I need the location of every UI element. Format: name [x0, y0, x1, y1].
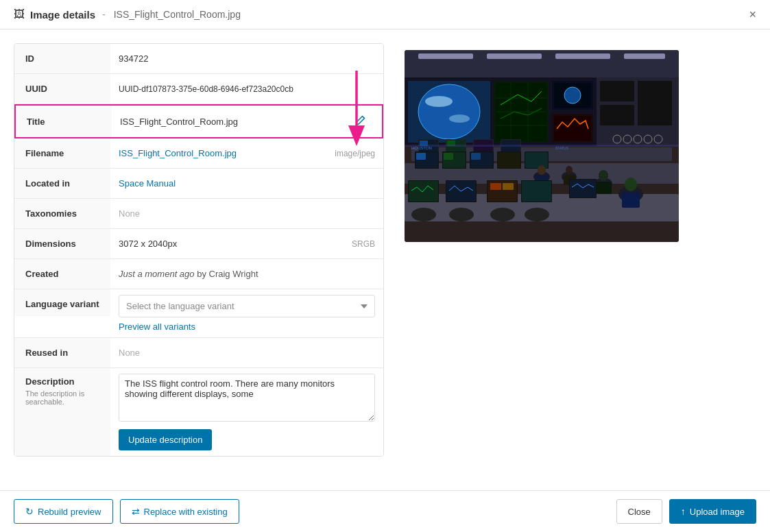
- svg-point-87: [625, 178, 637, 191]
- svg-rect-4: [418, 53, 473, 59]
- modal-body: ID 934722 UUID UUID-df107873-375e-60d8-6…: [0, 29, 770, 490]
- modal-overlay: 🖼 Image details - ISS_Flight_Control_Roo…: [0, 0, 770, 532]
- title-label: Title: [16, 106, 112, 137]
- filename-link[interactable]: ISS_Flight_Control_Room.jpg: [119, 148, 237, 158]
- svg-point-85: [525, 208, 549, 221]
- id-label: ID: [14, 44, 110, 73]
- modal-title-filename: ISS_Flight_Control_Room.jpg: [114, 9, 241, 20]
- svg-rect-28: [600, 81, 634, 101]
- title-text: ISS_Flight_Control_Room.jpg: [120, 117, 238, 127]
- description-row: Description The description is searchabl…: [14, 368, 383, 456]
- svg-point-84: [490, 208, 515, 221]
- svg-rect-7: [624, 53, 665, 59]
- svg-rect-6: [555, 53, 610, 59]
- replace-icon: ⇄: [132, 506, 140, 517]
- description-label-wrap: Description The description is searchabl…: [14, 368, 110, 456]
- edit-title-button[interactable]: [350, 112, 371, 130]
- svg-rect-26: [554, 116, 591, 141]
- svg-rect-59: [416, 153, 426, 160]
- svg-rect-57: [498, 152, 520, 168]
- image-preview-panel: HOUSTON STATUS: [405, 43, 756, 476]
- uuid-label: UUID: [14, 74, 110, 104]
- dimensions-color-badge: SRGB: [352, 239, 375, 249]
- filename-type-badge: image/jpeg: [335, 149, 375, 158]
- svg-point-66: [566, 166, 573, 174]
- modal-footer: ↻ Rebuild preview ⇄ Replace with existin…: [0, 490, 770, 532]
- title-value: ISS_Flight_Control_Room.jpg: [112, 106, 382, 137]
- image-icon: 🖼: [14, 8, 25, 21]
- rebuild-label: Rebuild preview: [38, 507, 101, 517]
- svg-point-63: [538, 165, 546, 175]
- modal-title: Image details: [30, 9, 95, 21]
- description-hint: The description is searchable.: [25, 389, 99, 406]
- svg-rect-89: [622, 193, 640, 208]
- svg-rect-30: [638, 81, 672, 125]
- svg-point-83: [449, 208, 474, 221]
- svg-rect-80: [490, 183, 501, 190]
- taxonomies-value: None: [110, 202, 383, 226]
- language-variant-label: Language variant: [14, 289, 110, 316]
- svg-text:HOUSTON: HOUSTON: [411, 146, 432, 150]
- details-table: ID 934722 UUID UUID-df107873-375e-60d8-6…: [14, 43, 384, 457]
- modal-header: 🖼 Image details - ISS_Flight_Control_Roo…: [0, 0, 770, 29]
- update-description-button[interactable]: Update description: [119, 429, 212, 450]
- created-time: Just a moment ago: [119, 269, 195, 279]
- svg-point-82: [411, 208, 436, 221]
- language-select-wrap: Select the language variant Preview all …: [110, 289, 383, 337]
- description-label: Description: [25, 376, 99, 387]
- located-row: Located in Space Manual: [14, 169, 383, 199]
- rebuild-preview-button[interactable]: ↻ Rebuild preview: [14, 499, 113, 524]
- svg-rect-81: [503, 183, 514, 190]
- close-modal-button[interactable]: Close: [616, 499, 662, 524]
- preview-all-variants-link[interactable]: Preview all variants: [119, 322, 375, 332]
- svg-rect-70: [597, 182, 612, 194]
- created-value: Just a moment ago by Craig Wright: [110, 262, 383, 286]
- rebuild-icon: ↻: [25, 506, 34, 517]
- located-link[interactable]: Space Manual: [119, 178, 176, 189]
- created-by: by Craig Wright: [197, 269, 258, 279]
- description-textarea[interactable]: The ISS flight control room. There are m…: [119, 374, 375, 422]
- replace-label: Replace with existing: [144, 507, 228, 517]
- reused-label: Reused in: [14, 338, 110, 367]
- close-button[interactable]: ×: [749, 8, 756, 21]
- taxonomies-row: Taxonomies None: [14, 199, 383, 229]
- svg-text:STATUS: STATUS: [555, 146, 569, 150]
- image-preview: HOUSTON STATUS: [405, 50, 679, 242]
- located-label: Located in: [14, 169, 110, 198]
- id-row: ID 934722: [14, 44, 383, 74]
- svg-point-12: [425, 96, 453, 107]
- svg-rect-58: [525, 152, 548, 168]
- description-value-wrap: The ISS flight control room. There are m…: [110, 368, 383, 456]
- filename-label: Filename: [14, 138, 110, 168]
- id-value: 934722: [110, 47, 383, 71]
- filename-value: ISS_Flight_Control_Room.jpg image/jpeg: [110, 141, 383, 165]
- created-label: Created: [14, 259, 110, 289]
- svg-rect-92: [405, 145, 679, 147]
- title-row: Title ISS_Flight_Control_Room.jpg: [14, 104, 383, 138]
- upload-image-button[interactable]: ↑ Upload image: [669, 499, 756, 524]
- replace-existing-button[interactable]: ⇄ Replace with existing: [120, 499, 239, 524]
- language-variant-row: Language variant Select the language var…: [14, 289, 383, 338]
- upload-label: Upload image: [690, 507, 745, 517]
- footer-right: Close ↑ Upload image: [616, 499, 756, 524]
- dimensions-row: Dimensions 3072 x 2040px SRGB: [14, 229, 383, 259]
- taxonomies-label: Taxonomies: [14, 199, 110, 228]
- svg-rect-60: [444, 153, 453, 160]
- dimensions-label: Dimensions: [14, 229, 110, 258]
- svg-rect-29: [600, 105, 634, 125]
- uuid-value: UUID-df107873-375e-60d8-6946-ef723a20c0c…: [110, 77, 383, 101]
- filename-row: Filename ISS_Flight_Control_Room.jpg ima…: [14, 138, 383, 169]
- reused-row: Reused in None: [14, 338, 383, 368]
- svg-point-13: [449, 114, 470, 123]
- located-value: Space Manual: [110, 171, 383, 195]
- close-label: Close: [628, 507, 651, 517]
- svg-point-69: [599, 170, 608, 181]
- svg-rect-79: [522, 181, 551, 202]
- svg-rect-61: [471, 153, 481, 160]
- svg-rect-91: [570, 180, 596, 197]
- dimensions-text: 3072 x 2040px: [119, 239, 177, 249]
- reused-value: None: [110, 341, 383, 365]
- uuid-row: UUID UUID-df107873-375e-60d8-6946-ef723a…: [14, 74, 383, 104]
- language-variant-select[interactable]: Select the language variant: [119, 295, 375, 317]
- upload-icon: ↑: [681, 506, 686, 517]
